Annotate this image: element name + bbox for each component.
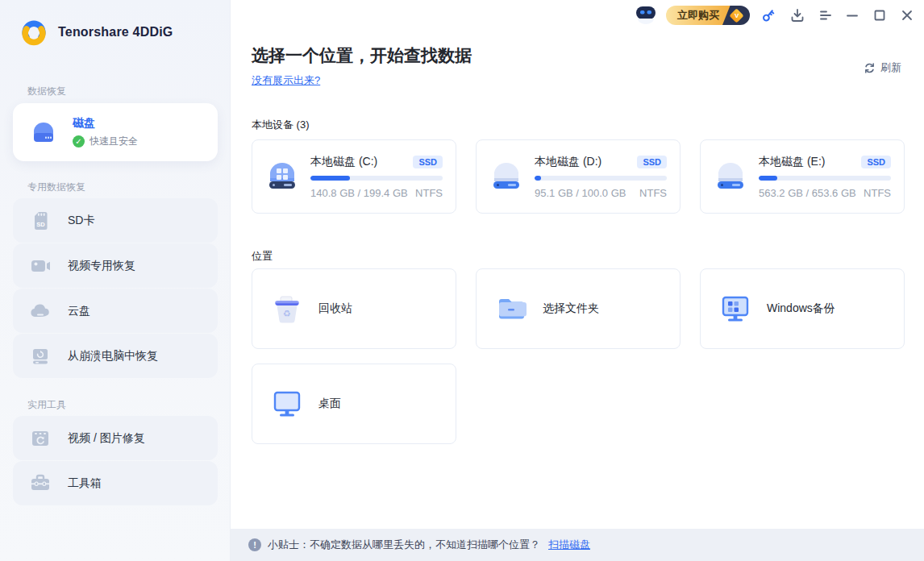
location-label: 选择文件夹: [543, 301, 599, 316]
tip-text: 小贴士：不确定数据从哪里丢失的，不知道扫描哪个位置？: [268, 538, 540, 552]
page-title: 选择一个位置，开始查找数据: [252, 44, 472, 67]
disk-name: 本地磁盘 (D:): [535, 155, 601, 169]
disk-usage-bar: [759, 176, 891, 181]
section-label-data-recovery: 数据恢复: [27, 85, 66, 98]
disk-icon: [27, 116, 60, 148]
menu-icon[interactable]: [816, 6, 834, 24]
app-title: Tenorshare 4DDiG: [58, 25, 173, 39]
desktop-icon: [270, 387, 304, 421]
ssd-badge: SSD: [861, 156, 891, 168]
location-card-windows-backup[interactable]: Windows备份: [700, 268, 905, 349]
recycle-bin-icon: ♻: [270, 292, 304, 326]
disk-name: 本地磁盘 (E:): [759, 155, 825, 169]
not-shown-link[interactable]: 没有展示出来?: [252, 73, 320, 88]
footer-tip-bar: ! 小贴士：不确定数据从哪里丢失的，不知道扫描哪个位置？ 扫描磁盘: [231, 529, 924, 561]
info-icon: !: [248, 538, 261, 551]
close-button[interactable]: [898, 6, 916, 24]
app-logo-icon: [18, 16, 50, 48]
sidebar-item-disk-label: 磁盘: [73, 116, 138, 131]
sidebar-item-label: 视频 / 图片修复: [68, 431, 145, 446]
data-drive-icon: [488, 158, 525, 195]
section-label-special-recovery: 专用数据恢复: [27, 181, 85, 194]
location-card-select-folder[interactable]: 选择文件夹: [476, 268, 681, 349]
sidebar-item-disk[interactable]: 磁盘 ✓ 快速且安全: [13, 103, 218, 161]
buy-now-label: 立即购买: [666, 6, 730, 25]
toolbox-icon: [27, 471, 53, 497]
disk-card-e[interactable]: 本地磁盘 (E:) SSD 563.2 GB / 653.6 GB NTFS: [700, 139, 905, 214]
section-label-utilities: 实用工具: [27, 398, 66, 412]
location-card-desktop[interactable]: 桌面: [252, 364, 456, 444]
disk-usage-bar: [535, 176, 667, 181]
cloud-icon: [27, 298, 53, 324]
sidebar-item-media-repair[interactable]: 视频 / 图片修复: [13, 416, 218, 460]
sidebar-item-label: 从崩溃电脑中恢复: [68, 349, 158, 364]
app-logo: Tenorshare 4DDiG: [18, 16, 173, 48]
location-label: Windows备份: [767, 301, 835, 316]
sd-card-icon: SD: [27, 208, 53, 234]
download-icon[interactable]: [789, 6, 806, 24]
sidebar: Tenorshare 4DDiG 数据恢复 磁盘 ✓ 快速且安全 专用数据恢复 …: [0, 0, 231, 561]
minimize-button[interactable]: [843, 6, 861, 24]
refresh-icon: [864, 62, 876, 74]
local-devices-label: 本地设备 (3): [252, 118, 310, 132]
disk-card-d[interactable]: 本地磁盘 (D:) SSD 95.1 GB / 100.0 GB NTFS: [476, 139, 681, 214]
video-camera-icon: [27, 253, 53, 279]
sidebar-item-crashed-pc-recovery[interactable]: 从崩溃电脑中恢复: [13, 334, 218, 378]
check-icon: ✓: [73, 135, 85, 148]
sidebar-item-video-recovery[interactable]: 视频专用恢复: [13, 243, 218, 288]
ai-assistant-icon[interactable]: [633, 5, 659, 26]
refresh-label: 刷新: [880, 60, 901, 75]
location-card-recycle-bin[interactable]: ♻ 回收站: [252, 268, 456, 349]
scan-disk-link[interactable]: 扫描磁盘: [548, 538, 590, 552]
sidebar-item-label: SD卡: [68, 214, 94, 228]
disk-filesystem: NTFS: [639, 187, 667, 199]
disk-name: 本地磁盘 (C:): [310, 155, 377, 169]
sidebar-item-cloud-drive[interactable]: 云盘: [13, 289, 218, 333]
register-key-icon[interactable]: [760, 6, 777, 24]
disk-usage-text: 140.8 GB / 199.4 GB: [310, 187, 408, 199]
disk-usage-text: 563.2 GB / 653.6 GB: [759, 187, 856, 199]
svg-text:SD: SD: [36, 220, 45, 227]
media-repair-icon: [27, 426, 53, 451]
disk-card-c[interactable]: 本地磁盘 (C:) SSD 140.8 GB / 199.4 GB NTFS: [252, 139, 456, 214]
maximize-button[interactable]: [871, 6, 889, 24]
ssd-badge: SSD: [637, 156, 667, 168]
crashed-computer-icon: [27, 343, 53, 369]
ssd-badge: SSD: [413, 156, 443, 168]
sidebar-item-disk-sublabel: 快速且安全: [89, 135, 138, 148]
buy-now-button[interactable]: 立即购买 V: [666, 6, 750, 25]
disk-filesystem: NTFS: [864, 187, 891, 199]
windows-backup-icon: [718, 292, 752, 326]
disk-usage-bar: [310, 176, 443, 181]
titlebar: 立即购买 V: [231, 0, 924, 32]
locations-label: 位置: [252, 249, 273, 264]
folder-icon: [494, 292, 528, 326]
sidebar-item-toolbox[interactable]: 工具箱: [13, 461, 218, 505]
location-label: 回收站: [318, 301, 352, 316]
system-drive-icon: [264, 158, 301, 195]
disk-usage-text: 95.1 GB / 100.0 GB: [535, 187, 626, 199]
data-drive-icon: [712, 158, 749, 195]
location-label: 桌面: [318, 397, 341, 411]
sidebar-item-label: 工具箱: [68, 476, 102, 491]
sidebar-item-sd-card[interactable]: SD SD卡: [13, 198, 218, 243]
disk-filesystem: NTFS: [415, 187, 443, 199]
svg-text:♻: ♻: [283, 309, 291, 318]
refresh-button[interactable]: 刷新: [864, 60, 901, 75]
sidebar-item-label: 视频专用恢复: [68, 259, 135, 273]
sidebar-item-label: 云盘: [68, 304, 90, 318]
